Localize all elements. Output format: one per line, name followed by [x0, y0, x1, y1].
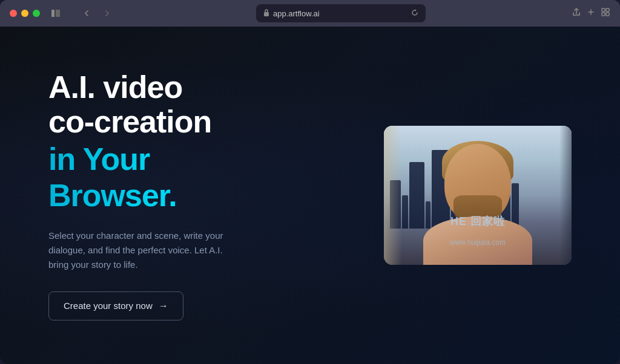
svg-rect-5 [602, 13, 605, 16]
svg-rect-1 [56, 10, 60, 17]
cta-arrow-icon: → [159, 301, 168, 311]
cta-button[interactable]: Create your story now → [48, 291, 183, 320]
svg-rect-4 [606, 8, 609, 11]
address-bar-container: app.artflow.ai [122, 4, 559, 22]
nav-controls [79, 5, 115, 22]
close-button[interactable] [10, 10, 17, 17]
reload-icon[interactable] [411, 9, 418, 18]
cta-label: Create your story now [64, 301, 153, 311]
watermark-container: HE 回家啦 www.huijiala.com [384, 237, 572, 247]
hero-heading-line1: A.I. video co-creation [48, 70, 360, 139]
share-icon[interactable] [572, 7, 581, 19]
maximize-button[interactable] [33, 10, 40, 17]
video-preview: HE 回家啦 www.huijiala.com [384, 126, 572, 265]
video-frame: HE 回家啦 www.huijiala.com [384, 126, 572, 265]
watermark-line2: www.huijiala.com [384, 238, 572, 247]
svg-rect-3 [602, 8, 605, 11]
hero-right: HE 回家啦 www.huijiala.com [384, 126, 572, 265]
back-button[interactable] [79, 5, 96, 22]
browser-window: app.artflow.ai [0, 0, 620, 364]
traffic-lights [10, 10, 40, 17]
forward-button[interactable] [98, 5, 115, 22]
svg-rect-2 [264, 12, 269, 16]
hero-left: A.I. video co-creation in Your Browser. … [48, 70, 360, 320]
svg-rect-6 [606, 13, 609, 16]
sidebar-toggle-icon[interactable] [47, 5, 64, 22]
browser-titlebar: app.artflow.ai [0, 0, 620, 27]
browser-action-buttons [572, 7, 610, 19]
watermark-line1: HE 回家啦 [450, 214, 505, 229]
tab-overview-icon[interactable] [601, 7, 610, 19]
page-content: A.I. video co-creation in Your Browser. … [0, 27, 620, 364]
svg-rect-0 [51, 10, 54, 17]
minimize-button[interactable] [21, 10, 28, 17]
security-icon [263, 9, 269, 18]
hero-subtext: Select your character and scene, write y… [48, 229, 242, 272]
new-tab-icon[interactable] [586, 7, 596, 19]
hero-heading-gradient: in Your Browser. [48, 141, 360, 214]
url-text: app.artflow.ai [273, 9, 320, 18]
address-bar[interactable]: app.artflow.ai [256, 4, 426, 22]
